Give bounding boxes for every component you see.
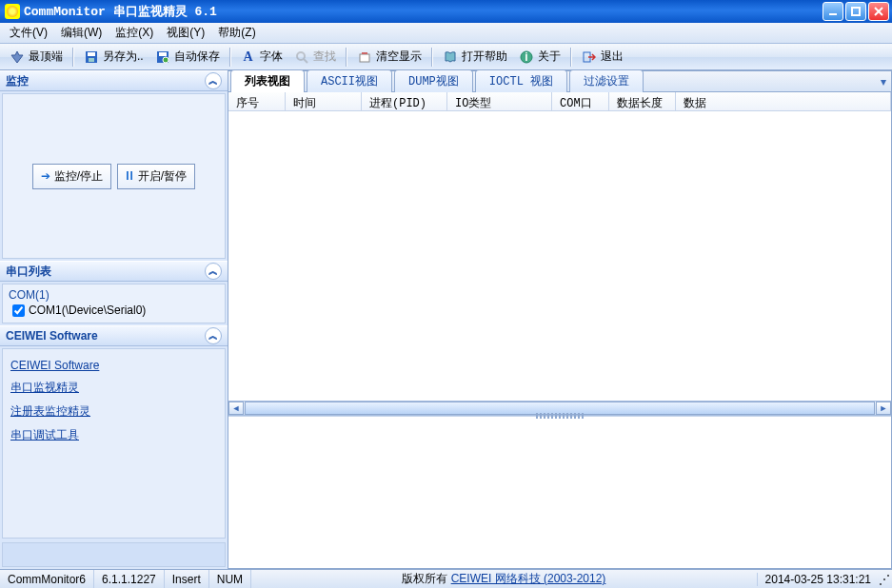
- link-ceiwei[interactable]: CEIWEI Software: [9, 355, 219, 376]
- clear-button[interactable]: 清空显示: [351, 47, 427, 68]
- col-iotype[interactable]: IO类型: [447, 92, 552, 110]
- collapse-icon[interactable]: ︽: [205, 327, 222, 344]
- separator: [72, 48, 74, 67]
- collapse-icon[interactable]: ︽: [205, 263, 222, 280]
- autosave-icon: [155, 49, 170, 65]
- start-stop-button[interactable]: ➔ 监控/停止: [32, 164, 111, 189]
- openhelp-button[interactable]: 打开帮助: [437, 47, 513, 68]
- minimize-button[interactable]: [823, 2, 843, 21]
- status-version: 6.1.1.1227: [94, 570, 165, 588]
- link-serialdebug[interactable]: 串口调试工具: [9, 423, 219, 447]
- link-registrymonitor[interactable]: 注册表监控精灵: [9, 400, 219, 423]
- saveas-button[interactable]: 另存为..: [78, 47, 149, 68]
- play-icon: ➔: [41, 169, 50, 183]
- maximize-button[interactable]: [845, 2, 866, 21]
- font-button[interactable]: A 字体: [235, 47, 288, 68]
- menu-file[interactable]: 文件(V): [4, 23, 53, 43]
- svg-rect-2: [88, 52, 95, 56]
- tab-overflow-icon[interactable]: ▾: [876, 75, 891, 88]
- tab-bar: 列表视图 ASCII视图 DUMP视图 IOCTL 视图 过滤设置 ▾: [228, 71, 891, 92]
- panel-software-body: CEIWEI Software 串口监视精灵 注册表监控精灵 串口调试工具: [2, 348, 226, 539]
- copyright-link[interactable]: CEIWEI 网络科技 (2003-2012): [451, 572, 606, 585]
- menu-edit[interactable]: 编辑(W): [55, 23, 108, 43]
- autosave-label: 自动保存: [174, 49, 220, 65]
- tab-ioctl[interactable]: IOCTL 视图: [475, 69, 567, 92]
- col-seq[interactable]: 序号: [228, 92, 286, 110]
- col-pid[interactable]: 进程(PID): [362, 92, 447, 110]
- grid-header: 序号 时间 进程(PID) IO类型 COM口 数据长度 数据: [228, 92, 891, 111]
- port-item[interactable]: COM1(\Device\Serial0): [9, 302, 219, 319]
- topmost-button[interactable]: 最顶端: [4, 47, 69, 68]
- resize-grip[interactable]: ⋰: [879, 573, 892, 586]
- col-data[interactable]: 数据: [676, 92, 891, 110]
- font-label: 字体: [260, 49, 283, 65]
- panel-monitor-head[interactable]: 监控 ︽: [0, 70, 228, 91]
- pause-resume-label: 开启/暂停: [138, 168, 187, 185]
- bottom-pane[interactable]: [228, 416, 891, 568]
- exit-button[interactable]: 退出: [576, 47, 629, 68]
- tab-dump[interactable]: DUMP视图: [394, 69, 473, 92]
- close-button[interactable]: [868, 2, 889, 21]
- tab-list[interactable]: 列表视图: [230, 69, 305, 92]
- find-label: 查找: [313, 49, 336, 65]
- status-datetime: 2014-03-25 13:31:21: [757, 573, 879, 586]
- col-len[interactable]: 数据长度: [609, 92, 676, 110]
- port-checkbox[interactable]: [12, 304, 25, 317]
- openhelp-label: 打开帮助: [462, 49, 507, 65]
- menu-monitor[interactable]: 监控(X): [109, 23, 159, 43]
- exit-label: 退出: [601, 49, 624, 65]
- panel-software-title: CEIWEI Software: [6, 329, 98, 343]
- main-area: 列表视图 ASCII视图 DUMP视图 IOCTL 视图 过滤设置 ▾ 序号 时…: [228, 70, 892, 569]
- panel-software-head[interactable]: CEIWEI Software ︽: [0, 325, 228, 346]
- topmost-label: 最顶端: [29, 49, 63, 65]
- menu-bar: 文件(V) 编辑(W) 监控(X) 视图(Y) 帮助(Z): [0, 23, 892, 44]
- svg-rect-3: [89, 58, 94, 62]
- port-label: COM1(\Device\Serial0): [29, 304, 146, 317]
- menu-help[interactable]: 帮助(Z): [212, 23, 261, 43]
- save-icon: [84, 49, 99, 65]
- clear-icon: [357, 49, 372, 65]
- pause-icon: II: [126, 169, 134, 183]
- separator: [431, 48, 433, 67]
- col-time[interactable]: 时间: [286, 92, 362, 110]
- clear-label: 清空显示: [376, 49, 422, 65]
- port-group[interactable]: COM(1): [9, 288, 219, 302]
- status-copyright: 版权所有 CEIWEI 网络科技 (2003-2012): [402, 571, 605, 587]
- find-button[interactable]: 查找: [288, 47, 342, 68]
- tab-ascii[interactable]: ASCII视图: [307, 69, 392, 92]
- panel-monitor-title: 监控: [6, 73, 29, 89]
- status-bar: CommMonitor6 6.1.1.1227 Insert NUM 版权所有 …: [0, 569, 892, 588]
- autosave-button[interactable]: 自动保存: [149, 47, 226, 68]
- status-num: NUM: [209, 570, 251, 588]
- about-button[interactable]: i 关于: [513, 47, 566, 68]
- saveas-label: 另存为..: [103, 49, 144, 65]
- panel-ports-body: COM(1) COM1(\Device\Serial0): [2, 284, 226, 323]
- scroll-left-icon[interactable]: ◄: [228, 402, 244, 415]
- book-icon: [443, 49, 458, 65]
- panel-ports-head[interactable]: 串口列表 ︽: [0, 261, 228, 282]
- svg-rect-0: [852, 8, 860, 15]
- col-com[interactable]: COM口: [552, 92, 609, 110]
- grid-body[interactable]: [228, 111, 891, 401]
- info-icon: i: [519, 49, 534, 65]
- svg-point-7: [297, 52, 305, 60]
- collapse-icon[interactable]: ︽: [205, 72, 222, 89]
- pause-resume-button[interactable]: II 开启/暂停: [117, 164, 195, 189]
- separator: [229, 48, 231, 67]
- copyright-prefix: 版权所有: [402, 572, 450, 585]
- link-serialmonitor[interactable]: 串口监视精灵: [9, 376, 219, 400]
- status-app: CommMonitor6: [0, 570, 94, 588]
- app-icon: [5, 4, 20, 19]
- scroll-right-icon[interactable]: ►: [876, 402, 891, 415]
- svg-text:i: i: [525, 50, 527, 64]
- font-icon: A: [241, 49, 256, 65]
- title-bar: CommMonitor 串口监视精灵 6.1: [0, 0, 892, 23]
- toolbar: 最顶端 另存为.. 自动保存 A 字体 查找 清空显示 打开帮助 i 关于 退出: [0, 44, 892, 70]
- svg-point-6: [163, 57, 168, 63]
- panel-monitor-body: ➔ 监控/停止 II 开启/暂停: [2, 93, 226, 259]
- menu-view[interactable]: 视图(Y): [161, 23, 210, 43]
- exit-icon: [582, 49, 597, 65]
- start-stop-label: 监控/停止: [54, 168, 103, 185]
- separator: [570, 48, 572, 67]
- tab-filter[interactable]: 过滤设置: [569, 69, 644, 92]
